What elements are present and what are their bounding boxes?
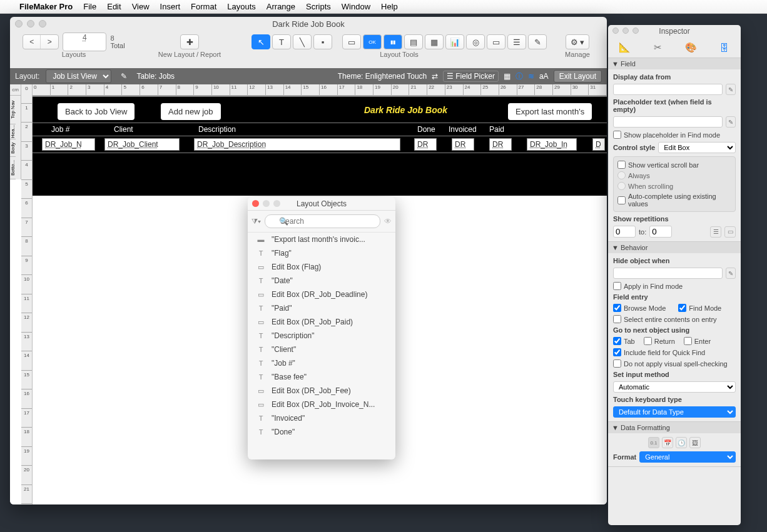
list-item[interactable]: T"Done" bbox=[248, 425, 395, 439]
canvas-add-button[interactable]: Add new job bbox=[161, 103, 221, 120]
show-placeholder-check[interactable]: Show placeholder in Find mode bbox=[613, 131, 736, 139]
tool-line-icon[interactable]: ╲ bbox=[293, 34, 312, 49]
rep-from-input[interactable] bbox=[613, 226, 636, 238]
control-style-select[interactable]: Edit Box bbox=[658, 142, 736, 153]
list-item[interactable]: ▬"Export last month's invoic... bbox=[248, 233, 395, 246]
minimize-icon[interactable] bbox=[263, 200, 270, 207]
field-inv2[interactable]: DR_Job_In bbox=[527, 138, 577, 151]
format-select[interactable]: General bbox=[639, 451, 736, 463]
pencil-icon[interactable]: ✎ bbox=[726, 268, 736, 279]
tab-appearance-icon[interactable]: 🎨 bbox=[684, 41, 698, 54]
list-item[interactable]: T"Invoiced" bbox=[248, 411, 395, 425]
field-done[interactable]: DR bbox=[414, 138, 437, 151]
tool-portal-icon[interactable]: ▦ bbox=[425, 34, 444, 49]
tool-rect-icon[interactable]: ▪ bbox=[313, 34, 332, 49]
filter-icon[interactable]: ⧩▾ bbox=[251, 217, 261, 226]
scroll-always-radio[interactable]: Always bbox=[617, 171, 731, 179]
format-time-icon[interactable]: 🕒 bbox=[676, 437, 687, 448]
find-check[interactable]: Find Mode bbox=[678, 304, 721, 312]
minimize-icon[interactable] bbox=[622, 28, 629, 34]
menu-scripts[interactable]: Scripts bbox=[306, 2, 331, 11]
list-item[interactable]: T"Paid" bbox=[248, 301, 395, 315]
menu-arrange[interactable]: Arrange bbox=[267, 2, 295, 11]
list-item[interactable]: T"Flag" bbox=[248, 246, 395, 260]
list-item[interactable]: T"Job #" bbox=[248, 356, 395, 370]
part-body[interactable]: Body bbox=[10, 139, 16, 157]
menu-file[interactable]: File bbox=[83, 2, 96, 11]
close-icon[interactable] bbox=[252, 200, 259, 207]
list-item[interactable]: T"Date" bbox=[248, 274, 395, 288]
tab-position-icon[interactable]: 📐 bbox=[618, 41, 632, 54]
menu-layouts[interactable]: Layouts bbox=[227, 2, 256, 11]
app-name[interactable]: FileMaker Pro bbox=[19, 2, 73, 11]
visibility-icon[interactable]: 👁 bbox=[384, 217, 392, 226]
quickfind-check[interactable]: Include field for Quick Find bbox=[613, 348, 736, 356]
exit-layout-button[interactable]: Exit Layout bbox=[554, 70, 602, 83]
return-check[interactable]: Return bbox=[644, 337, 675, 345]
align-icon[interactable]: ▦ bbox=[504, 72, 510, 81]
tool-chart-icon[interactable]: 📊 bbox=[445, 34, 464, 49]
field-extra[interactable]: D bbox=[592, 138, 605, 151]
menu-edit[interactable]: Edit bbox=[107, 2, 121, 11]
browse-check[interactable]: Browse Mode bbox=[613, 304, 666, 312]
tool-text-icon[interactable]: T bbox=[272, 34, 291, 49]
theme-label[interactable]: Theme: Enlightened Touch bbox=[338, 72, 427, 81]
manage-button[interactable]: ⚙ ▾ bbox=[566, 34, 589, 49]
list-item[interactable]: ▭Edit Box (DR_Job_Paid) bbox=[248, 315, 395, 329]
tab-data-icon[interactable]: 🗄 bbox=[718, 41, 731, 54]
autocomplete-check[interactable]: Auto-complete using existing values bbox=[617, 193, 731, 208]
canvas-back-button[interactable]: Back to Job View bbox=[58, 103, 135, 120]
close-icon[interactable] bbox=[612, 28, 619, 34]
layers-icon[interactable]: ≋ bbox=[528, 72, 534, 81]
tab-styles-icon[interactable]: ✂ bbox=[651, 41, 665, 54]
pencil-icon[interactable]: ✎ bbox=[726, 84, 736, 95]
layout-select[interactable]: Job List View bbox=[46, 69, 111, 83]
rep-vert-icon[interactable]: ☰ bbox=[710, 226, 721, 238]
list-item[interactable]: T"Client" bbox=[248, 343, 395, 356]
rep-to-input[interactable] bbox=[649, 226, 672, 238]
tab-check[interactable]: Tab bbox=[613, 337, 635, 345]
list-item[interactable]: ▭Edit Box (DR_Job_Deadline) bbox=[248, 288, 395, 301]
tool-format-painter-icon[interactable]: ✎ bbox=[528, 34, 547, 49]
rep-horiz-icon[interactable]: ▭ bbox=[724, 226, 736, 238]
field-inv[interactable]: DR bbox=[452, 138, 474, 151]
info-icon[interactable]: ⓘ bbox=[516, 71, 523, 82]
new-layout-button[interactable]: ✚ bbox=[180, 34, 199, 49]
list-item[interactable]: ▭Edit Box (Flag) bbox=[248, 260, 395, 274]
format-graphic-icon[interactable]: 🖼 bbox=[689, 437, 701, 448]
scroll-when-radio[interactable]: When scrolling bbox=[617, 182, 731, 190]
select-all-check[interactable]: Select entire contents on entry bbox=[613, 315, 736, 323]
field-job[interactable]: DR_Job_N bbox=[42, 138, 95, 151]
menu-view[interactable]: View bbox=[132, 2, 150, 11]
tool-selection-icon[interactable]: ↖ bbox=[251, 34, 270, 49]
layout-nav[interactable]: <> bbox=[23, 34, 59, 49]
tool-tab-icon[interactable]: ▤ bbox=[404, 34, 423, 49]
list-item[interactable]: ▭Edit Box (DR_Job_Fee) bbox=[248, 384, 395, 398]
tool-buttonbar-icon[interactable]: ▮▮ bbox=[384, 34, 402, 49]
section-behavior[interactable]: ▼ Behavior bbox=[608, 242, 741, 253]
tool-part-icon[interactable]: ☰ bbox=[507, 34, 526, 49]
part-bottom[interactable]: Botto... bbox=[10, 157, 16, 179]
layout-canvas[interactable]: Back to Job View Add new job Export last… bbox=[33, 96, 607, 196]
field-client[interactable]: DR_Job_Client bbox=[104, 138, 180, 151]
part-topnav[interactable]: Top Nav bbox=[10, 96, 16, 124]
layout-stepper[interactable]: 4 bbox=[63, 33, 106, 51]
field-desc[interactable]: DR_Job_Description bbox=[194, 138, 400, 151]
close-icon[interactable] bbox=[15, 20, 23, 28]
spellcheck-check[interactable]: Do not apply visual spell-checking bbox=[613, 359, 736, 368]
display-from-input[interactable] bbox=[613, 84, 723, 95]
zoom-icon[interactable] bbox=[39, 20, 46, 28]
field-paid[interactable]: DR bbox=[489, 138, 512, 151]
menu-format[interactable]: Format bbox=[191, 2, 216, 11]
part-header[interactable]: Hea... bbox=[10, 124, 16, 139]
enter-check[interactable]: Enter bbox=[684, 337, 711, 345]
tool-field-icon[interactable]: ▭ bbox=[342, 34, 361, 49]
touch-select[interactable]: Default for Data Type bbox=[613, 406, 736, 418]
section-field[interactable]: ▼ Field bbox=[608, 58, 741, 69]
format-number-icon[interactable]: 0.1 bbox=[648, 437, 659, 448]
tool-button-icon[interactable]: OK bbox=[363, 34, 382, 49]
input-method-select[interactable]: Automatic bbox=[613, 381, 736, 393]
list-item[interactable]: T"Base fee" bbox=[248, 370, 395, 384]
zoom-icon[interactable] bbox=[273, 200, 280, 207]
section-dataformat[interactable]: ▼ Data Formatting bbox=[608, 422, 741, 433]
